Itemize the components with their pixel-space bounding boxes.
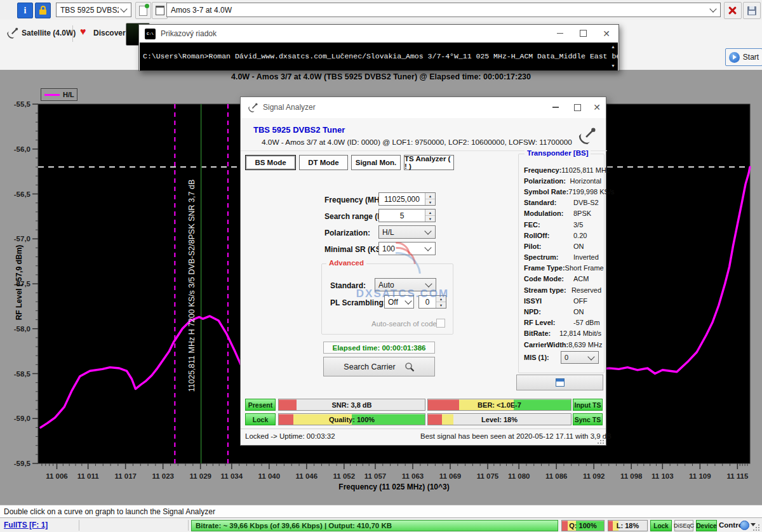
svg-text:11 046: 11 046 [296, 472, 318, 480]
transponder-row: Standard:DVB-S2 [524, 197, 601, 208]
svg-text:-56,5: -56,5 [14, 190, 31, 198]
scroll-down-icon[interactable]: ▼ [611, 63, 615, 68]
transponder-row: Stream type:Reserved [524, 284, 601, 295]
transponder-row: BitRate:12,814 Mbit/s [524, 328, 601, 339]
tab-dt-mode[interactable]: DT Mode [299, 155, 348, 170]
dialog-subtitle: 4.0W - Amos 3/7 at 4.0W (ID: 0000) @ LOF… [262, 138, 572, 147]
close-button[interactable]: ✕ [587, 97, 606, 117]
maximize-button[interactable] [566, 97, 589, 117]
toolbar-divider [72, 25, 73, 42]
mis-select[interactable]: 0 [561, 351, 599, 364]
chevron-down-icon [425, 280, 432, 287]
window-button[interactable] [152, 2, 168, 19]
minimize-button[interactable] [544, 97, 567, 117]
level-mini-text: L: 18% [617, 522, 639, 529]
transponder-row: RollOff:0.20 [524, 230, 601, 241]
satellite-tab-label[interactable]: Satellite (4.0W) [22, 29, 76, 37]
maximize-button[interactable] [572, 25, 594, 42]
delete-button[interactable] [724, 2, 742, 19]
tab-ts-analyzer[interactable]: TS Analyzer ( ! ) [404, 155, 454, 170]
svg-text:11 040: 11 040 [258, 472, 281, 480]
transponder-row: Pilot:ON [524, 241, 601, 251]
start-button[interactable]: Start [725, 48, 762, 66]
lock-icon[interactable] [35, 3, 51, 18]
play-icon [729, 52, 740, 63]
mis-value: 0 [561, 354, 586, 361]
device-button[interactable]: Device [696, 520, 717, 531]
autosearch-checkbox[interactable] [436, 319, 445, 328]
lock-status-button[interactable]: Lock [650, 520, 672, 531]
svg-text:11025,811 MHz H 7200 KS/s 3/5: 11025,811 MHz H 7200 KS/s 3/5 DVB-S2/8PS… [187, 180, 196, 392]
cmd-console-line: C:\Users\Roman>Roman Dávid_www.dxsatcs.c… [143, 52, 606, 60]
resize-grip[interactable] [753, 524, 759, 531]
transponder-row: Frequency:11025,811 MHz [524, 164, 601, 175]
lock-indicator: Lock [245, 413, 276, 425]
frequency-input[interactable]: 11025,000 ▲▼ [378, 192, 436, 206]
divider [241, 429, 606, 429]
svg-text:11 075: 11 075 [477, 472, 499, 480]
search-carrier-label: Search Carrier [344, 362, 395, 371]
bitrate-text: Bitrate: ~ 39,66 Kbps (of 39,66 Kbps) | … [192, 522, 392, 529]
polarization-label: Polarization: [324, 229, 370, 237]
polarization-select[interactable]: H/L [378, 225, 436, 239]
statusbar-divider [79, 520, 79, 531]
transponder-groupbox: Transponder [BS] Frequency:11025,811 MHz… [518, 154, 605, 373]
dialog-status-left: Locked -> Uptime: 00:03:32 [245, 432, 335, 440]
search-range-input[interactable]: 5 ▲▼ [378, 209, 436, 222]
cmd-window-title: Prikazový riadok [161, 29, 217, 38]
svg-text:11 109: 11 109 [689, 472, 711, 480]
svg-text:11 103: 11 103 [652, 472, 674, 480]
svg-text:11 029: 11 029 [189, 472, 211, 480]
ber-bar-text: BER: <1.0E-7 [478, 401, 521, 409]
dialog-titlebar[interactable]: Signal Analyzer ✕ [241, 97, 606, 118]
sync-ts-button[interactable]: Sync TS [573, 413, 603, 425]
transponder-row: CarrierWidth:8,639 MHz [524, 339, 601, 350]
chevron-down-icon [120, 5, 127, 12]
new-document-button[interactable] [135, 2, 151, 19]
save-button[interactable] [743, 2, 761, 19]
spinner-arrows-icon[interactable]: ▲▼ [425, 209, 435, 222]
close-button[interactable]: ✕ [594, 25, 618, 42]
elapsed-time-bar: Elapsed time: 00:00:01:386 [323, 342, 435, 354]
resize-grip[interactable] [598, 437, 604, 444]
dialog-status-right: Best signal has been seen at 2020-05-12 … [420, 432, 612, 440]
spinner-arrows-icon[interactable]: ▲▼ [425, 193, 435, 205]
snr-bar-text: SNR: 3,8 dB [332, 401, 372, 409]
minimize-button[interactable] [549, 25, 572, 42]
tuner-select-value: TBS 5925 DVBS2 Tuner [60, 6, 119, 15]
quality-bar: Quality: 100% [278, 413, 425, 425]
tab-signal-mon[interactable]: Signal Mon. [351, 155, 401, 170]
dish-logo-icon [578, 125, 597, 147]
svg-text:11 011: 11 011 [77, 472, 100, 480]
tab-bs-mode[interactable]: BS Mode [245, 155, 296, 170]
satellite-icon [6, 27, 19, 39]
frequency-value: 11025,000 [379, 195, 425, 204]
diseqc-button[interactable]: DiSEqC [674, 520, 693, 531]
transponder-row: Modulation:8PSK [524, 208, 601, 219]
transponder-row: FEC:3/5 [524, 219, 601, 230]
chevron-down-icon [424, 244, 431, 251]
cmd-titlebar[interactable]: C:\ Prikazový riadok ✕ [139, 25, 618, 43]
record-button[interactable] [516, 375, 603, 390]
info-icon[interactable]: i [17, 3, 33, 18]
lock-label: Lock [253, 416, 269, 423]
ts-list-icon [556, 378, 565, 387]
dialog-device-name: TBS 5925 DVBS2 Tuner [253, 125, 345, 135]
control-device-icon[interactable] [740, 521, 749, 530]
chevron-down-icon [587, 353, 594, 360]
tuner-select[interactable]: TBS 5925 DVBS2 Tuner [56, 3, 131, 17]
input-ts-button[interactable]: Input TS [573, 399, 603, 411]
heart-icon: ♥ [80, 27, 86, 37]
new-document-icon [139, 6, 147, 16]
transponder-row: Code Mode:ACM [524, 274, 601, 284]
fullts-link[interactable]: FullTS [F: 1] [4, 521, 48, 529]
channel-combo[interactable]: Amos 3-7 at 4.0W [166, 3, 721, 17]
scroll-up-icon[interactable]: ▲ [611, 44, 615, 49]
svg-text:11 063: 11 063 [402, 472, 424, 480]
chevron-down-icon [709, 5, 716, 12]
ber-bar: BER: <1.0E-7 [427, 399, 572, 411]
search-carrier-button[interactable]: Search Carrier [323, 357, 435, 376]
cmd-console[interactable]: C:\Users\Roman>Roman Dávid_www.dxsatcs.c… [140, 43, 618, 70]
mis-label: MIS (1): [524, 354, 549, 361]
transponder-row: Symbol Rate:7199,998 KS/s [524, 186, 601, 197]
